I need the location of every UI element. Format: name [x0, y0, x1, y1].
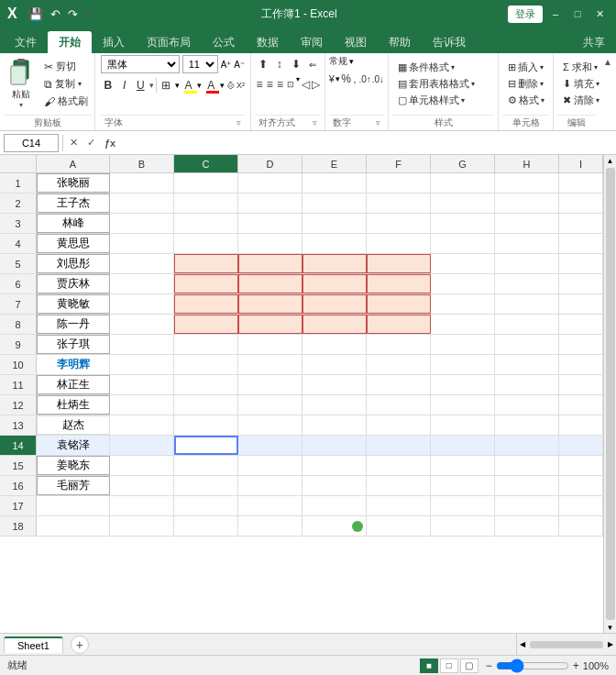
cell-B9[interactable] [110, 335, 174, 354]
tab-view[interactable]: 视图 [334, 31, 378, 53]
cell-D7[interactable] [238, 294, 302, 314]
cell-E8[interactable] [302, 315, 367, 334]
cell-B15[interactable] [110, 456, 174, 475]
cell-I7[interactable] [559, 294, 603, 314]
align-center-btn[interactable]: ≡ [265, 75, 274, 94]
tab-share[interactable]: 共享 [572, 31, 616, 53]
cell-I15[interactable] [559, 456, 603, 475]
cell-F16[interactable] [367, 476, 431, 495]
cell-I16[interactable] [559, 476, 603, 495]
align-middle-btn[interactable]: ↕ [271, 55, 287, 73]
cell-F3[interactable] [367, 214, 431, 233]
cell-E9[interactable] [302, 335, 367, 354]
table-style-dropdown[interactable]: ▾ [471, 80, 475, 88]
cell-H14[interactable] [495, 436, 559, 455]
cell-C12[interactable] [174, 395, 238, 415]
cut-button[interactable]: ✂ 剪切 [41, 59, 91, 74]
cell-A12[interactable]: 杜炳生 [37, 395, 110, 415]
undo-quickbtn[interactable]: ↶ [49, 6, 62, 23]
cell-A14[interactable]: 袁铭泽 [37, 436, 110, 455]
cell-E1[interactable] [302, 173, 367, 193]
cell-E16[interactable] [302, 476, 367, 495]
col-header-G[interactable]: G [431, 155, 495, 172]
login-button[interactable]: 登录 [508, 6, 543, 23]
add-sheet-button[interactable]: + [71, 636, 89, 654]
cell-F15[interactable] [367, 456, 431, 475]
currency-dropdown[interactable]: ▾ [336, 74, 340, 83]
cell-C5[interactable] [174, 254, 238, 273]
cell-F9[interactable] [367, 335, 431, 354]
currency-btn[interactable]: ¥ [329, 70, 336, 88]
cell-G8[interactable] [431, 315, 495, 334]
scroll-left-btn[interactable]: ◀ [517, 635, 528, 655]
cell-B1[interactable] [110, 173, 174, 193]
col-header-C[interactable]: C [174, 155, 238, 172]
cell-B11[interactable] [110, 375, 174, 394]
cell-A8[interactable]: 陈一丹 [37, 315, 110, 334]
insert-cells-btn[interactable]: ⊞插入▾ [502, 60, 549, 75]
cell-D11[interactable] [238, 375, 302, 394]
cell-E2[interactable] [302, 194, 367, 213]
cell-A11[interactable]: 林正生 [37, 375, 110, 394]
cell-B6[interactable] [110, 274, 174, 293]
formula-input[interactable] [122, 134, 612, 152]
cell-G4[interactable] [431, 234, 495, 253]
maximize-button[interactable]: □ [568, 5, 587, 23]
sheet-tab-sheet1[interactable]: Sheet1 [4, 636, 63, 653]
copy-dropdown[interactable]: ▾ [78, 80, 82, 88]
tab-file[interactable]: 文件 [4, 31, 48, 53]
cell-E12[interactable] [302, 395, 367, 415]
cell-A18[interactable] [37, 516, 110, 536]
cell-F2[interactable] [367, 194, 431, 213]
cell-G16[interactable] [431, 476, 495, 495]
cell-C6[interactable] [174, 274, 238, 293]
normal-view-btn[interactable]: ■ [420, 658, 438, 673]
cell-C2[interactable] [174, 194, 238, 213]
align-bottom-btn[interactable]: ⬇ [288, 55, 303, 73]
cell-H1[interactable] [495, 173, 559, 193]
cell-F5[interactable] [367, 254, 431, 273]
cell-A13[interactable]: 赵杰 [37, 415, 110, 435]
table-style-btn[interactable]: ▤ 套用表格格式 ▾ [392, 76, 494, 92]
cell-C17[interactable] [174, 496, 238, 515]
cell-A5[interactable]: 刘思彤 [37, 254, 110, 273]
cell-E17[interactable] [302, 496, 367, 515]
cell-C1[interactable] [174, 173, 238, 193]
cell-I1[interactable] [559, 173, 603, 193]
number-format-select[interactable]: 常规 [329, 55, 347, 68]
redo-quickbtn[interactable]: ↷ [66, 6, 80, 23]
cell-E5[interactable] [302, 254, 367, 273]
tab-help[interactable]: 帮助 [378, 31, 422, 53]
fill-btn[interactable]: ⬇ 填充▾ [557, 76, 596, 92]
increase-font-btn[interactable]: A⁺ [221, 60, 232, 70]
cell-B8[interactable] [110, 315, 174, 334]
cell-F10[interactable] [367, 355, 431, 374]
cell-A9[interactable]: 张子琪 [37, 335, 110, 354]
cell-F14[interactable] [367, 436, 431, 455]
cell-B17[interactable] [110, 496, 174, 515]
cell-F4[interactable] [367, 234, 431, 253]
cell-G15[interactable] [431, 456, 495, 475]
cell-B4[interactable] [110, 234, 174, 253]
vertical-scrollbar[interactable]: ▲ ▼ [603, 155, 616, 633]
cell-H13[interactable] [495, 415, 559, 435]
cell-G14[interactable] [431, 436, 495, 455]
cell-G12[interactable] [431, 395, 495, 415]
cell-C11[interactable] [174, 375, 238, 394]
underline-button[interactable]: U [133, 76, 148, 94]
cell-C16[interactable] [174, 476, 238, 495]
cell-C3[interactable] [174, 214, 238, 233]
cell-I11[interactable] [559, 375, 603, 394]
cell-I10[interactable] [559, 355, 603, 374]
cell-B14[interactable] [110, 436, 174, 455]
delete-cells-btn[interactable]: ⊟删除▾ [502, 76, 549, 92]
cell-B7[interactable] [110, 294, 174, 314]
cell-I14[interactable] [559, 436, 603, 455]
cell-H6[interactable] [495, 274, 559, 293]
col-header-F[interactable]: F [367, 155, 431, 172]
cell-I13[interactable] [559, 415, 603, 435]
paste-button[interactable]: 粘贴 ▾ [4, 57, 38, 111]
clear-btn[interactable]: ✖ 清除▾ [557, 93, 596, 108]
col-header-A[interactable]: A [37, 155, 110, 172]
cell-D13[interactable] [238, 415, 302, 435]
